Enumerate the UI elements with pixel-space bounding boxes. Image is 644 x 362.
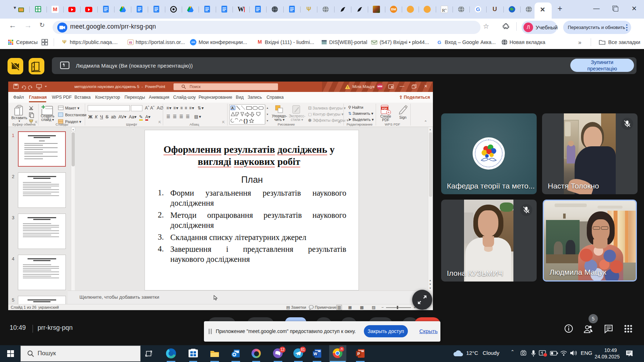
svg-text:{ }: { } [244,118,248,123]
svg-text:Макет ▾: Макет ▾ [65,106,79,110]
svg-text:PDF: PDF [382,107,387,110]
svg-text:A: A [231,106,234,110]
svg-text:P: P [357,352,360,356]
svg-text:G: G [476,6,480,12]
svg-text:IS: IS [129,41,132,44]
svg-text:W: W [313,352,317,356]
svg-text:Раздел ▾: Раздел ▾ [65,119,81,124]
svg-text:Восстановить: Восстановить [65,113,86,117]
svg-text:G: G [438,40,441,45]
svg-text:+: + [387,111,390,114]
svg-text:!: ! [347,85,348,89]
